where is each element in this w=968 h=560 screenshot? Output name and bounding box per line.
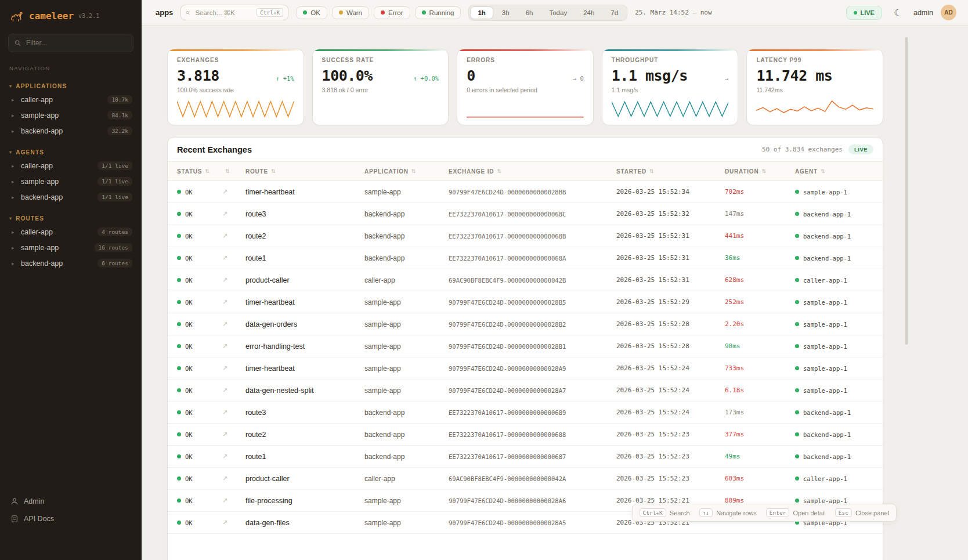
range-button[interactable]: 1h: [470, 6, 493, 19]
open-row-icon[interactable]: ↗: [222, 386, 227, 393]
status-filter-chip[interactable]: Warn: [332, 6, 369, 19]
agent-name: sample-app-1: [803, 497, 847, 504]
status-cell: OK: [177, 409, 222, 416]
section-header-routes[interactable]: ▾ ROUTES: [0, 213, 142, 224]
table-row[interactable]: OK ↗ product-caller caller-app 69AC90BF8…: [168, 269, 883, 291]
status-ok-dot-icon: [177, 521, 181, 525]
application-cell: caller-app: [364, 276, 449, 284]
route-cell: error-handling-test: [245, 342, 364, 351]
started-cell: 2026-03-25 15:52:31: [616, 276, 725, 284]
agent-name: sample-app-1: [803, 321, 847, 328]
section-header-agents[interactable]: ▾ AGENTS: [0, 147, 142, 158]
open-row-icon[interactable]: ↗: [222, 232, 227, 239]
sidebar-filter[interactable]: [8, 34, 133, 52]
open-cell: ↗: [222, 364, 245, 372]
column-header[interactable]: APPLICATION ⇅: [364, 168, 449, 175]
stat-card-title: LATENCY P99: [756, 57, 873, 63]
sidebar-item-application[interactable]: ▸ caller-app 10.7k: [0, 92, 142, 107]
open-row-icon[interactable]: ↗: [222, 188, 227, 195]
sidebar-item-agent[interactable]: ▸ backend-app 1/1 live: [0, 189, 142, 205]
sidebar-item-agent[interactable]: ▸ caller-app 1/1 live: [0, 158, 142, 174]
exchange-id-cell: EE7322370A10617-000000000000068A: [449, 255, 616, 262]
table-row[interactable]: OK ↗ timer-heartbeat sample-app 90799F47…: [168, 181, 883, 203]
table-row[interactable]: OK ↗ route2 backend-app EE7322370A10617-…: [168, 225, 883, 247]
agent-live-dot-icon: [795, 190, 799, 194]
sidebar-footer: Admin API Docs: [0, 492, 142, 560]
column-header[interactable]: AGENT ⇅: [795, 168, 873, 175]
agent-cell: caller-app-1: [795, 277, 873, 284]
keyboard-hint: ↑↓ Navigate rows: [699, 508, 757, 517]
brand[interactable]: cameleer v3.2.1: [0, 0, 142, 28]
column-header[interactable]: ⇅: [222, 168, 245, 174]
status-filter-chip[interactable]: Error: [374, 6, 410, 19]
range-button[interactable]: Today: [541, 6, 575, 19]
open-row-icon[interactable]: ↗: [222, 210, 227, 217]
duration-cell: 252ms: [725, 298, 795, 306]
status-ok-dot-icon: [177, 190, 181, 194]
sidebar-item-admin[interactable]: Admin: [10, 497, 131, 505]
table-row[interactable]: OK ↗ data-gen-nested-split sample-app 90…: [168, 380, 883, 402]
table-row[interactable]: OK ↗ route1 backend-app EE7322370A10617-…: [168, 247, 883, 269]
chevron-right-icon: ▸: [12, 97, 16, 103]
status-filter-chip[interactable]: Running: [415, 6, 461, 19]
section-header-applications[interactable]: ▾ APPLICATIONS: [0, 81, 142, 92]
sidebar-item-badge: 16 routes: [95, 243, 132, 252]
scrollbar-thumb[interactable]: [905, 37, 908, 345]
open-row-icon[interactable]: ↗: [222, 364, 227, 371]
search-input[interactable]: [194, 9, 252, 17]
applications-list: ▸ caller-app 10.7k ▸ sample-app 84.1k ▸ …: [0, 92, 142, 139]
duration-cell: 6.18s: [725, 386, 795, 394]
sidebar-item-application[interactable]: ▸ backend-app 32.2k: [0, 123, 142, 139]
table-row[interactable]: OK ↗ timer-heartbeat sample-app 90799F47…: [168, 357, 883, 380]
table-row[interactable]: OK ↗ data-gen-orders sample-app 90799F47…: [168, 313, 883, 335]
table-live-badge[interactable]: LIVE: [848, 144, 873, 154]
time-period[interactable]: 25. März 14:52 — now: [635, 9, 711, 16]
agent-cell: sample-app-1: [795, 189, 873, 196]
table-row[interactable]: OK ↗ route1 backend-app EE7322370A10617-…: [168, 446, 883, 468]
status-filter-chip[interactable]: OK: [296, 6, 327, 19]
column-header[interactable]: DURATION ⇅: [725, 168, 795, 175]
column-header[interactable]: STATUS ⇅: [177, 168, 222, 175]
global-search[interactable]: Ctrl+K: [180, 5, 288, 20]
stat-cards: EXCHANGES 3.818 ↑ +1% 100.0% success rat…: [167, 49, 883, 125]
open-row-icon[interactable]: ↗: [222, 519, 227, 526]
theme-toggle-button[interactable]: ☾: [890, 5, 906, 21]
live-toggle-button[interactable]: LIVE: [846, 6, 882, 20]
open-row-icon[interactable]: ↗: [222, 497, 227, 504]
open-row-icon[interactable]: ↗: [222, 342, 227, 349]
avatar[interactable]: AD: [941, 5, 956, 20]
user-name[interactable]: admin: [913, 9, 933, 17]
sidebar-item-badge: 1/1 live: [97, 161, 132, 170]
open-row-icon[interactable]: ↗: [222, 254, 227, 261]
sidebar-item-route[interactable]: ▸ backend-app 6 routes: [0, 255, 142, 271]
chevron-right-icon: ▸: [12, 179, 16, 185]
sidebar-item-route[interactable]: ▸ caller-app 4 routes: [0, 224, 142, 240]
open-row-icon[interactable]: ↗: [222, 298, 227, 305]
range-button[interactable]: 6h: [518, 6, 541, 19]
open-row-icon[interactable]: ↗: [222, 276, 227, 283]
open-row-icon[interactable]: ↗: [222, 453, 227, 460]
sidebar-item-application[interactable]: ▸ sample-app 84.1k: [0, 107, 142, 123]
table-row[interactable]: OK ↗ route2 backend-app EE7322370A10617-…: [168, 424, 883, 446]
sidebar-item-label: caller-app: [21, 96, 103, 104]
open-row-icon[interactable]: ↗: [222, 320, 227, 327]
open-row-icon[interactable]: ↗: [222, 431, 227, 438]
sidebar-item-route[interactable]: ▸ sample-app 16 routes: [0, 240, 142, 255]
open-row-icon[interactable]: ↗: [222, 475, 227, 482]
table-row[interactable]: OK ↗ route3 backend-app EE7322370A10617-…: [168, 402, 883, 424]
range-button[interactable]: 24h: [576, 6, 602, 19]
filter-input[interactable]: [25, 38, 127, 48]
column-header[interactable]: EXCHANGE ID ⇅: [449, 168, 616, 175]
sidebar-item-api-docs[interactable]: API Docs: [10, 515, 131, 523]
range-button[interactable]: 3h: [494, 6, 517, 19]
column-header[interactable]: ROUTE ⇅: [245, 168, 364, 175]
table-row[interactable]: OK ↗ error-handling-test sample-app 9079…: [168, 335, 883, 357]
table-row[interactable]: OK ↗ timer-heartbeat sample-app 90799F47…: [168, 291, 883, 313]
table-row[interactable]: OK ↗ product-caller caller-app 69AC90BF8…: [168, 468, 883, 490]
sidebar-item-agent[interactable]: ▸ sample-app 1/1 live: [0, 174, 142, 189]
column-header[interactable]: STARTED ⇅: [616, 168, 725, 175]
open-row-icon[interactable]: ↗: [222, 409, 227, 416]
range-button[interactable]: 7d: [603, 6, 626, 19]
status-cell: OK: [177, 321, 222, 328]
table-row[interactable]: OK ↗ route3 backend-app EE7322370A10617-…: [168, 203, 883, 225]
